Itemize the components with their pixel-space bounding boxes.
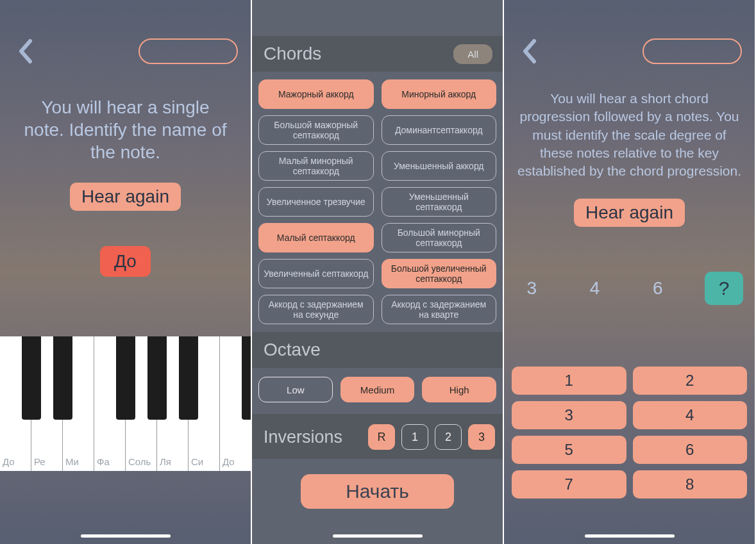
- inversion-option[interactable]: 2: [435, 424, 462, 450]
- black-keys: [0, 336, 251, 420]
- chevron-left-icon: [16, 38, 35, 64]
- chord-option[interactable]: Уменьшенный аккорд: [382, 151, 497, 181]
- degree-answer-grid: 12345678: [512, 367, 747, 499]
- chord-option[interactable]: Увеличенное трезвучие: [258, 187, 374, 217]
- degree-answer-button[interactable]: 7: [512, 470, 626, 499]
- note-label: Соль: [128, 456, 151, 467]
- inversions-title: Inversions: [264, 427, 342, 447]
- inversions-row: Inversions R123: [252, 414, 503, 459]
- black-key[interactable]: [179, 336, 198, 420]
- inversion-option[interactable]: 1: [401, 424, 428, 450]
- screen-scale-degree: You will hear a short chord progression …: [504, 0, 756, 544]
- screen-identify-note: You will hear a single note. Identify th…: [0, 0, 252, 544]
- chord-option[interactable]: Увеличенный септаккорд: [258, 259, 374, 288]
- home-indicator: [585, 534, 675, 538]
- chord-option[interactable]: Аккорд с задержанием на секунде: [258, 295, 374, 324]
- home-indicator: [333, 534, 423, 538]
- topbar: [0, 0, 251, 64]
- note-label: Си: [191, 456, 203, 467]
- hear-again-button[interactable]: Hear again: [574, 199, 685, 227]
- black-key[interactable]: [53, 336, 72, 420]
- chord-option[interactable]: Минорный аккорд: [382, 79, 497, 109]
- piano-keyboard: ДоРеМиФаСольЛяСиДо: [0, 336, 251, 471]
- note-label: Фа: [97, 456, 110, 467]
- black-key[interactable]: [22, 336, 41, 420]
- chord-option[interactable]: Большой увеличенный септаккорд: [382, 259, 497, 288]
- chords-title: Chords: [264, 44, 321, 64]
- degree-slots-row: 346?: [504, 272, 755, 305]
- back-button[interactable]: [517, 38, 542, 64]
- note-label: Ми: [65, 456, 79, 467]
- black-key[interactable]: [242, 336, 252, 420]
- chord-option[interactable]: Малый септаккорд: [258, 223, 374, 252]
- back-button[interactable]: [13, 38, 38, 64]
- chord-option[interactable]: Уменьшенный септаккорд: [382, 187, 497, 217]
- degree-answer-button[interactable]: 1: [512, 367, 626, 395]
- degree-slot: 4: [578, 272, 610, 305]
- score-pill[interactable]: [643, 38, 742, 64]
- degree-answer-button[interactable]: 4: [633, 401, 748, 429]
- octave-option[interactable]: Medium: [340, 377, 415, 402]
- inversion-buttons: R123: [368, 424, 495, 450]
- degree-slot: 3: [516, 272, 548, 305]
- chords-section-header: Chords All: [252, 36, 503, 72]
- instructions-text: You will hear a single note. Identify th…: [0, 64, 251, 163]
- black-key[interactable]: [147, 336, 167, 420]
- octave-option[interactable]: High: [422, 377, 496, 402]
- degree-answer-button[interactable]: 6: [633, 436, 748, 464]
- inversion-option[interactable]: 3: [468, 424, 495, 450]
- degree-answer-button[interactable]: 8: [633, 470, 748, 499]
- select-all-button[interactable]: All: [453, 44, 492, 64]
- chevron-left-icon: [520, 38, 539, 64]
- octave-option[interactable]: Low: [258, 377, 333, 402]
- degree-answer-button[interactable]: 5: [512, 436, 626, 464]
- degree-slot: 6: [642, 272, 674, 305]
- inversion-option[interactable]: R: [368, 424, 395, 450]
- chord-option[interactable]: Аккорд с задержанием на кварте: [382, 295, 497, 324]
- black-key[interactable]: [116, 336, 135, 420]
- octave-title: Octave: [264, 340, 321, 360]
- note-label: Ля: [160, 456, 171, 467]
- note-label: До: [3, 456, 15, 467]
- topbar: [504, 0, 755, 64]
- chord-option[interactable]: Большой мажорный септаккорд: [258, 115, 374, 145]
- octave-options-row: LowMediumHigh: [252, 368, 503, 402]
- hear-again-button[interactable]: Hear again: [70, 183, 181, 211]
- chord-option[interactable]: Большой минорный септаккорд: [382, 223, 497, 252]
- chord-option[interactable]: Малый минорный септаккорд: [258, 151, 374, 181]
- home-indicator: [81, 534, 171, 538]
- score-pill[interactable]: [139, 38, 238, 64]
- degree-answer-button[interactable]: 2: [633, 367, 748, 395]
- chord-option[interactable]: Доминантсептаккорд: [382, 115, 497, 145]
- degree-answer-button[interactable]: 3: [512, 401, 626, 429]
- note-label: До: [223, 456, 235, 467]
- chord-option[interactable]: Мажорный аккорд: [258, 79, 374, 109]
- note-answer-button[interactable]: До: [100, 246, 151, 277]
- instructions-text: You will hear a short chord progression …: [504, 64, 755, 181]
- degree-slot-current[interactable]: ?: [705, 272, 743, 305]
- screen-chord-settings: Chords All Мажорный аккордМинорный аккор…: [252, 0, 504, 544]
- octave-section-header: Octave: [252, 332, 503, 368]
- note-label: Ре: [34, 456, 46, 467]
- chord-options-grid: Мажорный аккордМинорный аккордБольшой ма…: [252, 72, 503, 327]
- start-button[interactable]: Начать: [301, 474, 454, 509]
